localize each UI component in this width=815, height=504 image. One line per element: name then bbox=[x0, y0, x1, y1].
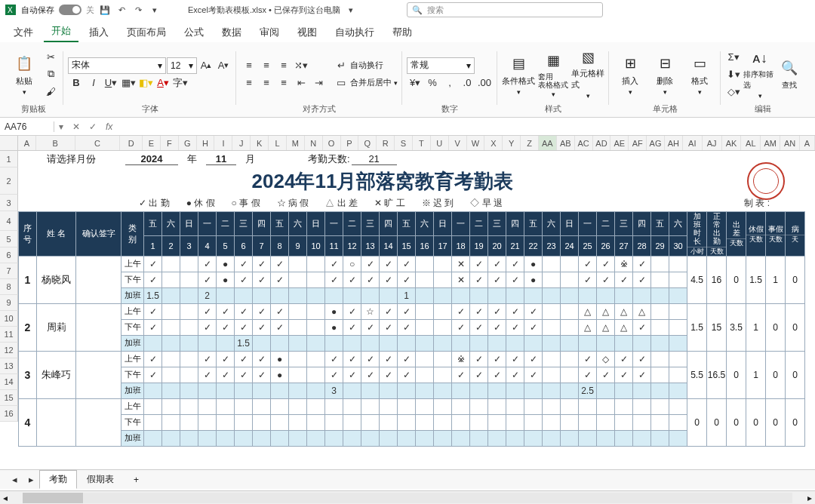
cell[interactable]: ✓ bbox=[597, 367, 615, 383]
cell-type[interactable]: 加班 bbox=[121, 383, 144, 398]
cell[interactable] bbox=[180, 287, 198, 303]
col-header[interactable]: AB bbox=[557, 136, 575, 150]
cell[interactable] bbox=[180, 256, 198, 272]
format-table-button[interactable]: ▦套用 表格格式▾ bbox=[537, 48, 570, 100]
cell[interactable] bbox=[524, 287, 543, 303]
cell[interactable] bbox=[180, 335, 198, 351]
cell[interactable] bbox=[434, 351, 452, 367]
cell[interactable] bbox=[307, 335, 325, 351]
col-header[interactable]: T bbox=[413, 136, 431, 150]
align-middle-icon[interactable]: ≡ bbox=[258, 57, 275, 74]
cell[interactable] bbox=[416, 272, 434, 287]
col-header[interactable]: AN bbox=[780, 136, 800, 150]
cell[interactable] bbox=[253, 287, 271, 303]
cell[interactable]: ✓ bbox=[470, 303, 488, 319]
cell[interactable] bbox=[380, 414, 398, 430]
tab-公式[interactable]: 公式 bbox=[177, 21, 211, 42]
cell[interactable] bbox=[434, 367, 452, 383]
cell[interactable] bbox=[524, 430, 543, 446]
cell[interactable] bbox=[416, 398, 434, 414]
cell[interactable] bbox=[253, 398, 271, 414]
cell[interactable]: ✓ bbox=[144, 319, 162, 335]
cell[interactable]: ✓ bbox=[325, 256, 343, 272]
cell[interactable] bbox=[651, 351, 669, 367]
cell[interactable] bbox=[307, 272, 325, 287]
row-header[interactable]: 14 bbox=[0, 374, 18, 390]
cell[interactable]: ✓ bbox=[506, 303, 524, 319]
row-header[interactable]: 9 bbox=[0, 295, 18, 311]
cell[interactable]: ✓ bbox=[488, 303, 506, 319]
cell-type[interactable]: 下午 bbox=[121, 367, 144, 383]
cell[interactable] bbox=[488, 398, 506, 414]
cell[interactable] bbox=[325, 414, 343, 430]
cell[interactable] bbox=[434, 287, 452, 303]
cell[interactable]: ✓ bbox=[361, 367, 380, 383]
cell[interactable] bbox=[543, 351, 561, 367]
cell[interactable] bbox=[470, 383, 488, 398]
cell[interactable] bbox=[543, 303, 561, 319]
cell[interactable]: ✓ bbox=[253, 256, 271, 272]
row-header[interactable]: 7 bbox=[0, 263, 18, 279]
cell[interactable] bbox=[398, 430, 416, 446]
cell[interactable]: ✓ bbox=[217, 367, 235, 383]
font-color-button[interactable]: A▾ bbox=[155, 75, 171, 91]
cell[interactable] bbox=[615, 335, 633, 351]
chevron-down-icon[interactable]: ▾ bbox=[345, 4, 357, 16]
cell[interactable] bbox=[452, 398, 470, 414]
cell[interactable] bbox=[452, 287, 470, 303]
cell[interactable] bbox=[543, 430, 561, 446]
cell-type[interactable]: 下午 bbox=[121, 414, 144, 430]
cell[interactable]: ※ bbox=[615, 256, 633, 272]
cell[interactable] bbox=[180, 383, 198, 398]
worksheet[interactable]: 12345678910111213141516 请选择月份 2024 年 11 … bbox=[0, 151, 815, 468]
cell-seq[interactable]: 1 bbox=[19, 256, 37, 303]
row-header[interactable]: 1 bbox=[0, 151, 18, 167]
cell[interactable]: ✓ bbox=[235, 351, 253, 367]
cell[interactable]: 1.5 bbox=[144, 287, 162, 303]
cell[interactable]: ● bbox=[217, 272, 235, 287]
cell[interactable]: ● bbox=[271, 367, 289, 383]
cell[interactable] bbox=[506, 398, 524, 414]
sheet-tab[interactable]: 假期表 bbox=[77, 470, 124, 489]
cell[interactable]: ✓ bbox=[470, 367, 488, 383]
cell[interactable] bbox=[271, 383, 289, 398]
cell[interactable] bbox=[307, 303, 325, 319]
cell[interactable] bbox=[307, 287, 325, 303]
col-header[interactable]: W bbox=[467, 136, 485, 150]
cell[interactable]: ✓ bbox=[253, 319, 271, 335]
cell[interactable] bbox=[325, 287, 343, 303]
cell-sum[interactable]: 0 bbox=[766, 303, 786, 351]
cell-sum[interactable]: 1 bbox=[746, 351, 766, 398]
cell[interactable] bbox=[217, 335, 235, 351]
cell[interactable]: ✓ bbox=[524, 319, 543, 335]
select-all-corner[interactable] bbox=[0, 136, 18, 150]
cell[interactable] bbox=[289, 319, 307, 335]
namebox-dropdown-icon[interactable]: ▾ bbox=[54, 121, 68, 132]
cell[interactable] bbox=[325, 398, 343, 414]
cell[interactable] bbox=[416, 335, 434, 351]
scroll-left-icon[interactable]: ◂ bbox=[0, 493, 11, 503]
cell-type[interactable]: 加班 bbox=[121, 287, 144, 303]
delete-cells-button[interactable]: ⊟删除▾ bbox=[648, 48, 681, 100]
cell[interactable]: ✓ bbox=[325, 272, 343, 287]
conditional-format-button[interactable]: ▤条件格式▾ bbox=[502, 48, 535, 100]
cell[interactable]: ✓ bbox=[253, 351, 271, 367]
cell[interactable] bbox=[180, 414, 198, 430]
cell[interactable] bbox=[506, 335, 524, 351]
cell[interactable] bbox=[217, 287, 235, 303]
cell[interactable]: ✓ bbox=[144, 367, 162, 383]
cell[interactable] bbox=[452, 414, 470, 430]
cell[interactable] bbox=[561, 319, 579, 335]
cell-sum[interactable]: 0 bbox=[687, 398, 707, 446]
cell[interactable] bbox=[144, 335, 162, 351]
cell-type[interactable]: 上午 bbox=[121, 351, 144, 367]
cell[interactable]: ✓ bbox=[271, 319, 289, 335]
cell[interactable] bbox=[669, 398, 687, 414]
cell[interactable] bbox=[416, 351, 434, 367]
decrease-decimal-icon[interactable]: .00 bbox=[476, 75, 493, 91]
cell-sum[interactable]: 1 bbox=[766, 256, 786, 303]
cell[interactable]: ○ bbox=[343, 256, 361, 272]
cell[interactable] bbox=[217, 398, 235, 414]
cell[interactable] bbox=[615, 430, 633, 446]
undo-icon[interactable]: ↶ bbox=[115, 4, 128, 16]
